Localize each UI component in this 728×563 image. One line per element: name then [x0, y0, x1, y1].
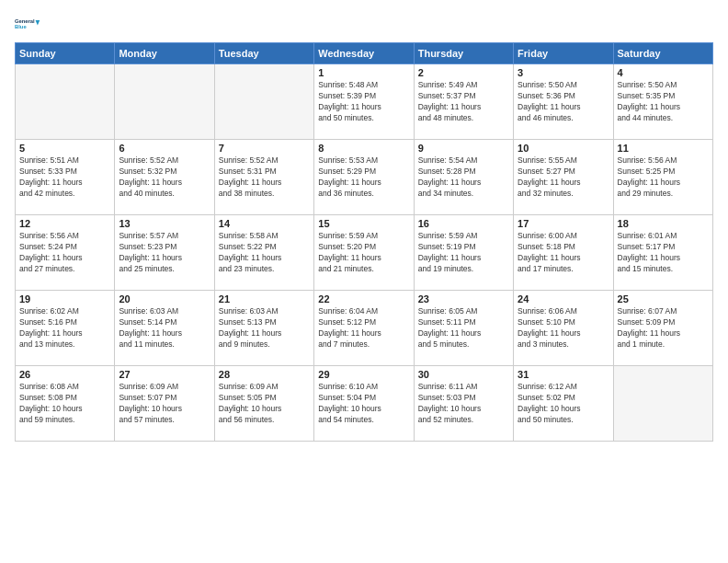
- calendar-cell: [16, 64, 115, 140]
- day-info: Sunrise: 5:52 AM Sunset: 5:32 PM Dayligh…: [119, 155, 210, 200]
- calendar-table: SundayMondayTuesdayWednesdayThursdayFrid…: [15, 42, 713, 442]
- calendar-cell: 7Sunrise: 5:52 AM Sunset: 5:31 PM Daylig…: [214, 140, 313, 215]
- day-info: Sunrise: 6:00 AM Sunset: 5:18 PM Dayligh…: [518, 231, 609, 275]
- day-number: 25: [618, 293, 709, 304]
- day-number: 12: [19, 218, 110, 229]
- calendar-cell: 13Sunrise: 5:57 AM Sunset: 5:23 PM Dayli…: [115, 215, 214, 291]
- day-number: 24: [518, 293, 609, 304]
- calendar-cell: 31Sunrise: 6:12 AM Sunset: 5:02 PM Dayli…: [514, 366, 613, 442]
- calendar-cell: 4Sunrise: 5:50 AM Sunset: 5:35 PM Daylig…: [613, 64, 712, 140]
- day-info: Sunrise: 6:06 AM Sunset: 5:10 PM Dayligh…: [518, 306, 609, 350]
- day-info: Sunrise: 6:03 AM Sunset: 5:13 PM Dayligh…: [219, 306, 310, 350]
- logo-icon: GeneralBlue: [15, 11, 40, 37]
- day-info: Sunrise: 6:05 AM Sunset: 5:11 PM Dayligh…: [418, 306, 509, 350]
- week-row-5: 26Sunrise: 6:08 AM Sunset: 5:08 PM Dayli…: [16, 366, 713, 442]
- day-info: Sunrise: 5:50 AM Sunset: 5:35 PM Dayligh…: [618, 80, 709, 124]
- week-row-3: 12Sunrise: 5:56 AM Sunset: 5:24 PM Dayli…: [16, 215, 713, 291]
- calendar-cell: 15Sunrise: 5:59 AM Sunset: 5:20 PM Dayli…: [314, 215, 414, 291]
- day-number: 2: [418, 67, 509, 78]
- day-number: 6: [119, 143, 210, 154]
- calendar-cell: 24Sunrise: 6:06 AM Sunset: 5:10 PM Dayli…: [514, 291, 613, 366]
- day-info: Sunrise: 5:51 AM Sunset: 5:33 PM Dayligh…: [19, 155, 110, 200]
- weekday-header-saturday: Saturday: [613, 43, 712, 64]
- calendar-cell: 11Sunrise: 5:56 AM Sunset: 5:25 PM Dayli…: [613, 140, 712, 215]
- weekday-header-sunday: Sunday: [16, 43, 115, 64]
- day-number: 29: [318, 369, 409, 380]
- day-info: Sunrise: 5:49 AM Sunset: 5:37 PM Dayligh…: [418, 80, 509, 124]
- day-number: 26: [19, 369, 110, 380]
- calendar-cell: 1Sunrise: 5:48 AM Sunset: 5:39 PM Daylig…: [314, 64, 414, 140]
- day-info: Sunrise: 6:11 AM Sunset: 5:03 PM Dayligh…: [418, 382, 509, 426]
- weekday-header-thursday: Thursday: [414, 43, 513, 64]
- day-info: Sunrise: 5:48 AM Sunset: 5:39 PM Dayligh…: [318, 80, 409, 124]
- calendar-cell: 30Sunrise: 6:11 AM Sunset: 5:03 PM Dayli…: [414, 366, 513, 442]
- calendar-cell: 17Sunrise: 6:00 AM Sunset: 5:18 PM Dayli…: [514, 215, 613, 291]
- svg-marker-2: [36, 20, 40, 25]
- calendar-cell: 14Sunrise: 5:58 AM Sunset: 5:22 PM Dayli…: [214, 215, 313, 291]
- day-info: Sunrise: 6:08 AM Sunset: 5:08 PM Dayligh…: [19, 382, 110, 426]
- day-number: 27: [119, 369, 210, 380]
- header: GeneralBlue: [15, 11, 713, 37]
- day-info: Sunrise: 5:56 AM Sunset: 5:24 PM Dayligh…: [19, 231, 110, 275]
- calendar-cell: 29Sunrise: 6:10 AM Sunset: 5:04 PM Dayli…: [314, 366, 414, 442]
- calendar-cell: [214, 64, 313, 140]
- day-number: 30: [418, 369, 509, 380]
- day-number: 22: [318, 293, 409, 304]
- week-row-4: 19Sunrise: 6:02 AM Sunset: 5:16 PM Dayli…: [16, 291, 713, 366]
- day-info: Sunrise: 6:04 AM Sunset: 5:12 PM Dayligh…: [318, 306, 409, 350]
- day-number: 13: [119, 218, 210, 229]
- day-info: Sunrise: 5:57 AM Sunset: 5:23 PM Dayligh…: [119, 231, 210, 275]
- logo: GeneralBlue: [15, 11, 40, 37]
- calendar-cell: 22Sunrise: 6:04 AM Sunset: 5:12 PM Dayli…: [314, 291, 414, 366]
- day-number: 5: [19, 143, 110, 154]
- day-info: Sunrise: 5:53 AM Sunset: 5:29 PM Dayligh…: [318, 155, 409, 200]
- weekday-header-row: SundayMondayTuesdayWednesdayThursdayFrid…: [16, 43, 713, 64]
- calendar-cell: 6Sunrise: 5:52 AM Sunset: 5:32 PM Daylig…: [115, 140, 214, 215]
- svg-text:General: General: [15, 18, 35, 24]
- day-info: Sunrise: 6:09 AM Sunset: 5:07 PM Dayligh…: [119, 382, 210, 426]
- day-info: Sunrise: 5:52 AM Sunset: 5:31 PM Dayligh…: [219, 155, 310, 200]
- day-info: Sunrise: 6:01 AM Sunset: 5:17 PM Dayligh…: [618, 231, 709, 275]
- day-number: 8: [318, 143, 409, 154]
- day-info: Sunrise: 6:07 AM Sunset: 5:09 PM Dayligh…: [618, 306, 709, 350]
- day-info: Sunrise: 5:55 AM Sunset: 5:27 PM Dayligh…: [518, 155, 609, 200]
- calendar-cell: 16Sunrise: 5:59 AM Sunset: 5:19 PM Dayli…: [414, 215, 513, 291]
- day-number: 21: [219, 293, 310, 304]
- calendar-cell: 26Sunrise: 6:08 AM Sunset: 5:08 PM Dayli…: [16, 366, 115, 442]
- calendar-cell: 19Sunrise: 6:02 AM Sunset: 5:16 PM Dayli…: [16, 291, 115, 366]
- calendar-cell: 2Sunrise: 5:49 AM Sunset: 5:37 PM Daylig…: [414, 64, 513, 140]
- day-number: 18: [618, 218, 709, 229]
- day-info: Sunrise: 5:50 AM Sunset: 5:36 PM Dayligh…: [518, 80, 609, 124]
- weekday-header-monday: Monday: [115, 43, 214, 64]
- day-number: 28: [219, 369, 310, 380]
- day-number: 11: [618, 143, 709, 154]
- day-number: 23: [418, 293, 509, 304]
- calendar-cell: 23Sunrise: 6:05 AM Sunset: 5:11 PM Dayli…: [414, 291, 513, 366]
- day-number: 19: [19, 293, 110, 304]
- day-number: 15: [318, 218, 409, 229]
- day-number: 17: [518, 218, 609, 229]
- weekday-header-friday: Friday: [514, 43, 613, 64]
- calendar-cell: 10Sunrise: 5:55 AM Sunset: 5:27 PM Dayli…: [514, 140, 613, 215]
- day-number: 31: [518, 369, 609, 380]
- weekday-header-wednesday: Wednesday: [314, 43, 414, 64]
- calendar-cell: 5Sunrise: 5:51 AM Sunset: 5:33 PM Daylig…: [16, 140, 115, 215]
- calendar-cell: 18Sunrise: 6:01 AM Sunset: 5:17 PM Dayli…: [613, 215, 712, 291]
- day-number: 1: [318, 67, 409, 78]
- day-info: Sunrise: 5:54 AM Sunset: 5:28 PM Dayligh…: [418, 155, 509, 200]
- calendar-cell: 12Sunrise: 5:56 AM Sunset: 5:24 PM Dayli…: [16, 215, 115, 291]
- calendar-cell: [115, 64, 214, 140]
- day-info: Sunrise: 6:02 AM Sunset: 5:16 PM Dayligh…: [19, 306, 110, 350]
- calendar-cell: 28Sunrise: 6:09 AM Sunset: 5:05 PM Dayli…: [214, 366, 313, 442]
- week-row-1: 1Sunrise: 5:48 AM Sunset: 5:39 PM Daylig…: [16, 64, 713, 140]
- day-number: 3: [518, 67, 609, 78]
- day-number: 14: [219, 218, 310, 229]
- day-info: Sunrise: 6:09 AM Sunset: 5:05 PM Dayligh…: [219, 382, 310, 426]
- calendar-cell: [613, 366, 712, 442]
- calendar-cell: 8Sunrise: 5:53 AM Sunset: 5:29 PM Daylig…: [314, 140, 414, 215]
- day-number: 4: [618, 67, 709, 78]
- day-info: Sunrise: 6:03 AM Sunset: 5:14 PM Dayligh…: [119, 306, 210, 350]
- calendar-cell: 25Sunrise: 6:07 AM Sunset: 5:09 PM Dayli…: [613, 291, 712, 366]
- page: GeneralBlue SundayMondayTuesdayWednesday…: [0, 0, 728, 563]
- day-number: 9: [418, 143, 509, 154]
